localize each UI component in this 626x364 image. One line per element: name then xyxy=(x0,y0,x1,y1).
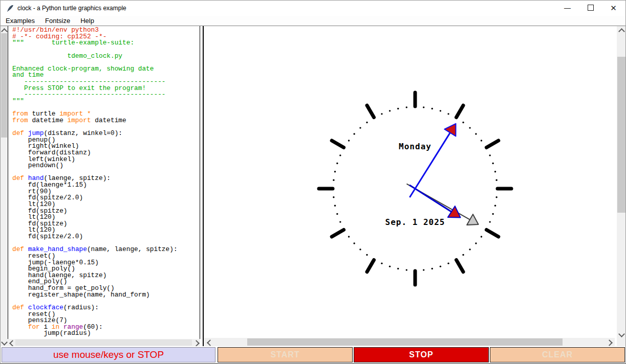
minute-dot xyxy=(481,236,482,237)
minute-hand-head xyxy=(444,124,456,136)
minute-dot xyxy=(381,113,382,115)
hour-mark xyxy=(486,141,498,148)
minute-dot xyxy=(440,265,441,267)
minute-dot xyxy=(462,254,464,256)
minute-dot xyxy=(389,265,391,267)
canvas-hscroll-thumb[interactable] xyxy=(247,338,563,346)
app-window: clock - a Python turtle graphics example… xyxy=(0,0,626,364)
code-pane: #!/usr/bin/env python3# -*- coding: cp12… xyxy=(8,26,201,339)
minute-dot xyxy=(489,154,490,156)
minute-dot xyxy=(366,122,368,123)
clock-day-text: Monday xyxy=(399,142,431,151)
pane-divider xyxy=(200,26,204,346)
minute-dot xyxy=(431,268,433,269)
bottom-bar: use mouse/keys or STOP START STOP CLEAR xyxy=(1,346,625,363)
minute-dot xyxy=(447,113,449,115)
source-code: #!/usr/bin/env python3# -*- coding: cp12… xyxy=(12,27,178,337)
scroll-left-icon[interactable] xyxy=(9,340,16,347)
hour-mark xyxy=(457,105,464,117)
minute-dot xyxy=(397,268,399,269)
maximize-button[interactable] xyxy=(579,1,602,16)
scroll-left-icon[interactable] xyxy=(207,339,213,346)
code-line: ------------------------------------ xyxy=(12,92,178,98)
start-button[interactable]: START xyxy=(218,347,353,362)
clock-date-text: Sep. 1 2025 xyxy=(385,217,445,227)
minute-dot xyxy=(495,179,497,181)
scroll-right-icon[interactable] xyxy=(193,340,200,347)
status-label: use mouse/keys or STOP xyxy=(2,347,215,362)
minute-dot xyxy=(447,262,449,264)
minute-dot xyxy=(440,110,441,111)
code-hscroll-thumb[interactable] xyxy=(15,339,192,346)
hour-mark xyxy=(367,260,374,271)
hour-mark xyxy=(457,260,464,271)
scroll-up-icon[interactable] xyxy=(618,28,625,35)
minute-dot xyxy=(431,108,433,109)
stop-button[interactable]: STOP xyxy=(354,347,489,362)
code-line: fd(spitze/2.0) xyxy=(12,234,178,240)
scroll-down-icon[interactable] xyxy=(1,339,8,346)
code-line: pendown() xyxy=(12,163,178,169)
code-line: tdemo_clock.py xyxy=(12,53,178,60)
minute-dot xyxy=(492,213,493,215)
code-line: register_shape(name, hand_form) xyxy=(12,292,178,299)
code-vscroll-thumb[interactable] xyxy=(1,33,7,138)
minute-dot xyxy=(353,242,355,244)
minute-dot xyxy=(469,248,470,250)
minute-dot xyxy=(406,269,407,270)
minute-dot xyxy=(475,133,477,134)
minute-dot xyxy=(334,171,336,172)
menu-bar: ExamplesFontsizeHelp xyxy=(1,16,625,26)
minute-dot xyxy=(359,127,361,128)
minute-dot xyxy=(353,133,355,134)
hour-mark xyxy=(332,141,343,148)
canvas-vscroll-thumb[interactable] xyxy=(617,57,626,213)
minute-dot xyxy=(339,154,341,156)
canvas-scrollbar-horizontal[interactable] xyxy=(204,338,615,346)
code-scrollbar-horizontal[interactable] xyxy=(8,339,200,346)
menu-item-examples[interactable]: Examples xyxy=(1,16,40,26)
scroll-down-icon[interactable] xyxy=(618,331,625,337)
title-bar: clock - a Python turtle graphics example… xyxy=(1,1,625,16)
scrollbar-corner xyxy=(617,338,626,346)
scroll-right-icon[interactable] xyxy=(606,339,613,346)
menu-item-fontsize[interactable]: Fontsize xyxy=(40,16,75,26)
maximize-icon xyxy=(588,5,594,11)
clear-button[interactable]: CLEAR xyxy=(490,347,625,362)
minute-dot xyxy=(423,269,424,270)
hour-mark xyxy=(486,230,498,237)
code-line: jump(radius) xyxy=(12,330,178,337)
minute-dot xyxy=(339,221,341,222)
second-hand-head xyxy=(467,214,478,225)
hour-hand xyxy=(409,185,451,212)
minute-dot xyxy=(494,205,496,207)
minute-dot xyxy=(348,140,350,141)
canvas-scrollbar-vertical[interactable] xyxy=(617,26,626,338)
minute-dot xyxy=(489,221,490,222)
minute-dot xyxy=(495,196,497,198)
minute-dot xyxy=(334,205,336,207)
turtle-canvas[interactable]: MondaySep. 1 2025 xyxy=(204,26,615,337)
hour-mark xyxy=(332,230,343,237)
minute-dot xyxy=(397,108,399,109)
minute-dot xyxy=(494,171,496,172)
minute-dot xyxy=(359,248,361,250)
code-line: """ xyxy=(12,98,178,105)
clock-drawing: MondaySep. 1 2025 xyxy=(204,26,615,337)
code-line: """ turtle-example-suite: xyxy=(12,40,178,47)
minute-dot xyxy=(481,140,482,141)
code-scrollbar-vertical[interactable] xyxy=(1,26,8,346)
minute-dot xyxy=(475,242,477,244)
minute-dot xyxy=(348,236,350,237)
minute-dot xyxy=(423,106,424,108)
minimize-button[interactable]: — xyxy=(556,1,579,16)
hour-mark xyxy=(367,105,374,117)
minute-dot xyxy=(389,110,391,111)
minute-dot xyxy=(462,122,464,123)
python-icon xyxy=(6,4,14,12)
menu-item-help[interactable]: Help xyxy=(75,16,99,26)
minute-dot xyxy=(381,262,382,264)
close-button[interactable]: ✕ xyxy=(602,1,625,16)
code-line: from datetime import datetime xyxy=(12,118,178,124)
minute-dot xyxy=(333,179,334,181)
